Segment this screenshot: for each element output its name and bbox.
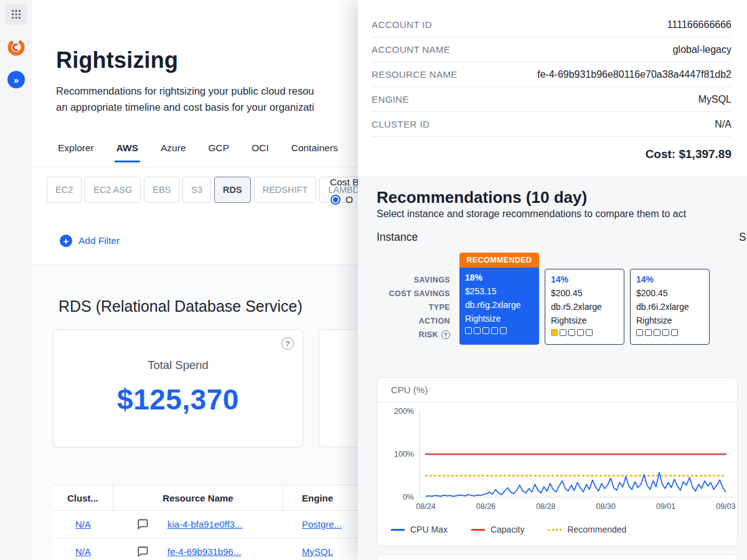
risk-squares: [465, 327, 539, 334]
spot-logo-icon[interactable]: [6, 37, 26, 57]
add-filter-label: Add Filter: [78, 235, 120, 246]
svg-text:08/26: 08/26: [476, 502, 496, 511]
service-rds[interactable]: RDS: [214, 177, 251, 203]
cluster-link[interactable]: N/A: [75, 519, 91, 530]
resource-link[interactable]: kia-4-bfa91e0ff3...: [167, 519, 243, 530]
recommendations-title: Recommendations (10 day): [377, 188, 587, 207]
resource-cost: Cost: $1,397.89: [358, 137, 747, 161]
total-spend-card: ? Total Spend $125,370: [53, 329, 303, 447]
engine-link[interactable]: Postgre...: [302, 519, 342, 530]
recommendation-card-1[interactable]: 18% $253.15 db.r6g.2xlarge Rightsize: [459, 268, 539, 345]
page-subtitle-line2: an appropriate timeline and cost basis f…: [56, 99, 314, 115]
provider-tabs: Explorer AWS Azure GCP OCI Containers: [56, 142, 340, 162]
grid-icon: [11, 9, 21, 19]
tab-azure[interactable]: Azure: [159, 142, 188, 162]
card-cost-savings: $253.15: [465, 284, 539, 298]
label-type: TYPE: [358, 301, 450, 314]
card-savings: 18%: [465, 271, 539, 284]
section-title: RDS (Relational Database Service): [59, 297, 303, 315]
cost-basis-option-label: O: [345, 194, 353, 205]
app-launcher-button[interactable]: [5, 4, 27, 25]
engine-link[interactable]: MySQL: [302, 546, 333, 557]
tab-gcp[interactable]: GCP: [207, 142, 232, 162]
add-filter-button[interactable]: + Add Filter: [60, 235, 120, 247]
risk-squares: [636, 329, 709, 336]
service-s3[interactable]: S3: [182, 177, 211, 203]
card-action: Rightsize: [551, 314, 624, 327]
card-savings: 14%: [551, 273, 624, 286]
card-action: Rightsize: [465, 312, 539, 325]
radio-dot-icon: [333, 197, 338, 202]
cost-basis-radio[interactable]: [331, 195, 341, 205]
cluster-link[interactable]: N/A: [75, 546, 91, 557]
recommendations-subtitle: Select instance and storage recommendati…: [377, 208, 686, 220]
card-action: Rightsize: [636, 314, 709, 327]
service-ebs[interactable]: EBS: [144, 177, 179, 203]
page-subtitle-line1: Recommendations for rightsizing your pub…: [56, 83, 314, 99]
total-spend-value: $125,370: [54, 383, 303, 416]
expand-sidebar-button[interactable]: »: [7, 71, 25, 88]
card-cost-savings: $200.45: [636, 286, 709, 300]
app-rail: »: [0, 0, 32, 560]
comment-icon[interactable]: [137, 546, 149, 558]
label-savings: SAVINGS: [358, 273, 450, 287]
tab-aws[interactable]: AWS: [115, 142, 140, 162]
svg-text:09/03: 09/03: [716, 502, 735, 511]
cpu-max-line-icon: [391, 529, 405, 531]
svg-text:0%: 0%: [403, 493, 414, 502]
col-header-cluster[interactable]: Clust...: [53, 485, 113, 510]
detail-row-engine: ENGINE MySQL: [372, 87, 731, 112]
recommendations-section: Recommendations (10 day) Select instance…: [358, 176, 747, 560]
cost-basis-label: Cost B: [330, 177, 359, 188]
service-ec2[interactable]: EC2: [47, 177, 82, 203]
svg-text:08/28: 08/28: [536, 502, 555, 511]
recommendation-card-2[interactable]: 14% $200.45 db.r5.2xlarge Rightsize: [545, 269, 624, 345]
svg-text:200%: 200%: [394, 407, 414, 416]
col-header-resource-name[interactable]: Resource Name: [113, 485, 283, 510]
detail-row-cluster-id: CLUSTER ID N/A: [372, 112, 731, 137]
card-cost-savings: $200.45: [551, 286, 624, 300]
detail-row-account-name: ACCOUNT NAME global-legacy: [372, 37, 731, 62]
page-title: Rightsizing: [56, 47, 178, 73]
tab-explorer[interactable]: Explorer: [56, 142, 96, 162]
label-action: ACTION: [358, 314, 450, 328]
cpu-usage-chart[interactable]: 200%100%0%08/2408/2608/2808/3009/0109/03: [380, 405, 736, 521]
recommended-line-icon: [548, 529, 561, 531]
legend-capacity[interactable]: Capacity: [471, 525, 524, 534]
label-risk: RISK ?: [358, 328, 450, 342]
service-redshift[interactable]: REDSHIFT: [254, 177, 317, 203]
card-type: db.r5.2xlarge: [551, 300, 624, 314]
card-type: db.r6g.2xlarge: [465, 298, 539, 312]
page-subtitle: Recommendations for rightsizing your pub…: [56, 83, 314, 115]
detail-row-resource-name: RESOURCE NAME fe-4-69b931b96e80116e70a38…: [372, 62, 731, 87]
cpu-chart-card: CPU (%) 200%100%0%08/2408/2608/2808/3009…: [377, 377, 738, 546]
plus-icon: +: [60, 235, 72, 247]
service-ec2-asg[interactable]: EC2 ASG: [85, 177, 141, 203]
risk-help-icon[interactable]: ?: [441, 330, 450, 339]
capacity-line-icon: [471, 529, 485, 531]
cpu-chart-title: CPU (%): [377, 378, 737, 403]
total-spend-label: Total Spend: [54, 358, 303, 372]
svg-text:100%: 100%: [394, 450, 414, 459]
tab-oci[interactable]: OCI: [250, 142, 271, 162]
resource-detail-panel: ACCOUNT ID 111166666666 ACCOUNT NAME glo…: [358, 0, 747, 560]
legend-recommended[interactable]: Recommended: [548, 525, 626, 534]
chevrons-right-icon: »: [14, 75, 19, 85]
resource-details: ACCOUNT ID 111166666666 ACCOUNT NAME glo…: [358, 0, 747, 137]
tab-containers[interactable]: Containers: [289, 142, 340, 162]
resource-link[interactable]: fe-4-69b931b96...: [167, 546, 241, 557]
service-selector: EC2 EC2 ASG EBS S3 RDS REDSHIFT LAMBDA: [47, 177, 374, 203]
svg-text:08/24: 08/24: [416, 502, 435, 511]
next-chart-card: [377, 554, 738, 560]
svg-text:08/30: 08/30: [596, 502, 616, 511]
legend-cpu-max[interactable]: CPU Max: [391, 525, 448, 534]
help-icon[interactable]: ?: [281, 337, 294, 350]
svg-text:09/01: 09/01: [656, 502, 675, 511]
recommendation-card-3[interactable]: 14% $200.45 db.r6i.2xlarge Rightsize: [630, 269, 710, 345]
comment-icon[interactable]: [137, 518, 149, 530]
card-savings: 14%: [636, 273, 709, 286]
recommended-badge: RECOMMENDED: [459, 253, 539, 268]
cost-basis-option: O: [331, 194, 353, 205]
label-cost-savings: COST SAVINGS: [358, 287, 450, 301]
detail-row-account-id: ACCOUNT ID 111166666666: [372, 12, 731, 37]
